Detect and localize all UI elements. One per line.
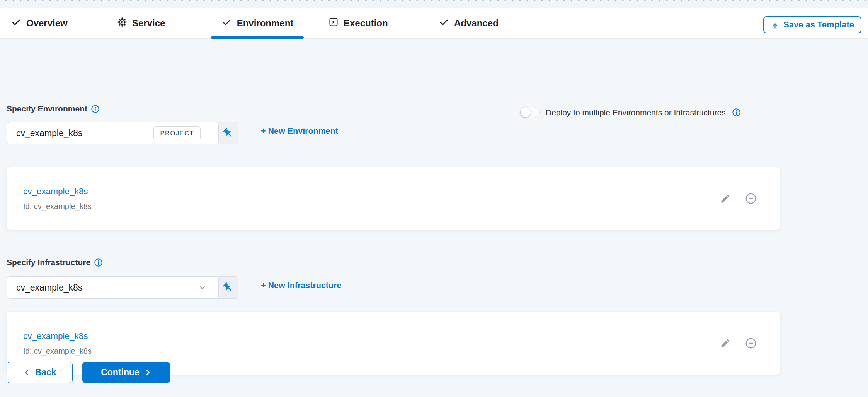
pin-environment-button[interactable]: [218, 122, 238, 144]
chevron-right-icon: [144, 369, 151, 376]
infrastructure-name-link[interactable]: cv_example_k8s: [23, 331, 92, 341]
infrastructure-card-text: cv_example_k8s Id: cv_example_k8s: [23, 331, 92, 356]
chevron-left-icon: [23, 369, 31, 376]
edit-pencil-icon[interactable]: [720, 338, 731, 349]
stage-tabbar: Overview: [0, 8, 868, 39]
tab-label: Service: [132, 18, 165, 29]
info-icon[interactable]: [91, 104, 100, 113]
environment-panel: Specify Environment cv_example_k8s PROJE…: [0, 39, 868, 397]
tab-label: Execution: [344, 18, 388, 29]
tab-execution[interactable]: Execution: [328, 8, 388, 38]
multi-deploy-toggle-row: Deploy to multiple Environments or Infra…: [520, 107, 741, 118]
infrastructure-id-text: Id: cv_example_k8s: [23, 347, 92, 356]
chevron-down-icon: [198, 283, 207, 292]
specify-environment-text: Specify Environment: [7, 104, 87, 113]
infrastructure-card-actions: [720, 337, 757, 349]
pin-icon: [222, 127, 234, 139]
environment-card: cv_example_k8s Id: cv_example_k8s: [7, 167, 780, 230]
pipeline-canvas-dots: [0, 0, 868, 8]
tab-environment-active[interactable]: Environment: [211, 8, 304, 38]
tab-advanced[interactable]: Advanced: [439, 8, 499, 38]
environment-card-text: cv_example_k8s Id: cv_example_k8s: [23, 187, 92, 211]
remove-minus-circle-icon[interactable]: [745, 337, 757, 349]
stage-environment-page: Overview: [0, 0, 868, 397]
tab-service[interactable]: Service: [117, 8, 165, 38]
gear-icon: [117, 17, 127, 29]
check-icon: [221, 17, 232, 30]
pin-infrastructure-button[interactable]: [218, 277, 238, 298]
scope-badge: PROJECT: [153, 126, 201, 140]
multi-deploy-toggle-label: Deploy to multiple Environments or Infra…: [546, 108, 726, 117]
execution-play-icon: [328, 17, 339, 29]
infrastructure-select[interactable]: cv_example_k8s: [7, 276, 219, 299]
section-divider: [7, 203, 780, 203]
new-infrastructure-link[interactable]: + New Infrastructure: [261, 281, 342, 291]
continue-label: Continue: [101, 367, 140, 378]
environment-select-value: cv_example_k8s: [16, 128, 82, 139]
info-icon[interactable]: [94, 258, 103, 267]
toggle-knob: [521, 107, 531, 117]
info-icon[interactable]: [732, 108, 741, 117]
environment-select-group: cv_example_k8s PROJECT: [7, 122, 238, 144]
continue-button[interactable]: Continue: [82, 362, 170, 383]
infrastructure-select-value: cv_example_k8s: [16, 282, 82, 293]
check-icon: [439, 17, 449, 30]
specify-infrastructure-text: Specify Infrastructure: [7, 258, 90, 267]
back-button[interactable]: Back: [7, 362, 73, 383]
edit-pencil-icon[interactable]: [720, 193, 731, 204]
upload-icon: [771, 21, 779, 29]
environment-name-link[interactable]: cv_example_k8s: [23, 187, 92, 197]
back-label: Back: [35, 367, 56, 378]
tab-overview[interactable]: Overview: [11, 8, 68, 38]
save-as-template-label: Save as Template: [783, 20, 854, 30]
pin-icon: [222, 282, 234, 294]
environment-select[interactable]: cv_example_k8s PROJECT: [7, 122, 219, 144]
multi-deploy-toggle[interactable]: [520, 107, 540, 118]
new-environment-link[interactable]: + New Environment: [261, 127, 338, 136]
check-icon: [11, 17, 21, 30]
tab-label: Overview: [26, 18, 68, 29]
tab-label: Advanced: [454, 18, 499, 29]
specify-environment-label: Specify Environment: [7, 104, 100, 113]
save-as-template-button[interactable]: Save as Template: [763, 16, 861, 33]
tab-label: Environment: [237, 18, 294, 29]
specify-infrastructure-label: Specify Infrastructure: [7, 258, 103, 267]
infrastructure-select-group: cv_example_k8s: [7, 276, 238, 299]
